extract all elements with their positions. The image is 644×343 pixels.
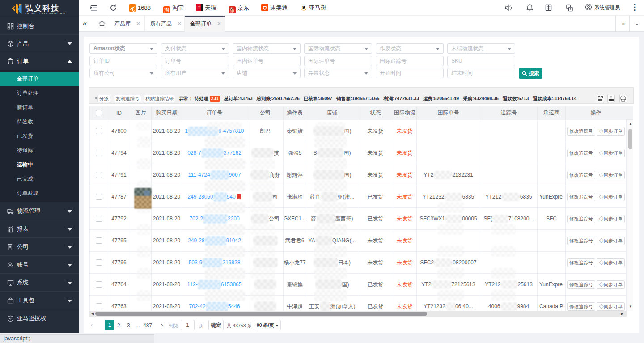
svg-text:T: T <box>198 5 201 10</box>
svg-text:a: a <box>302 4 305 10</box>
